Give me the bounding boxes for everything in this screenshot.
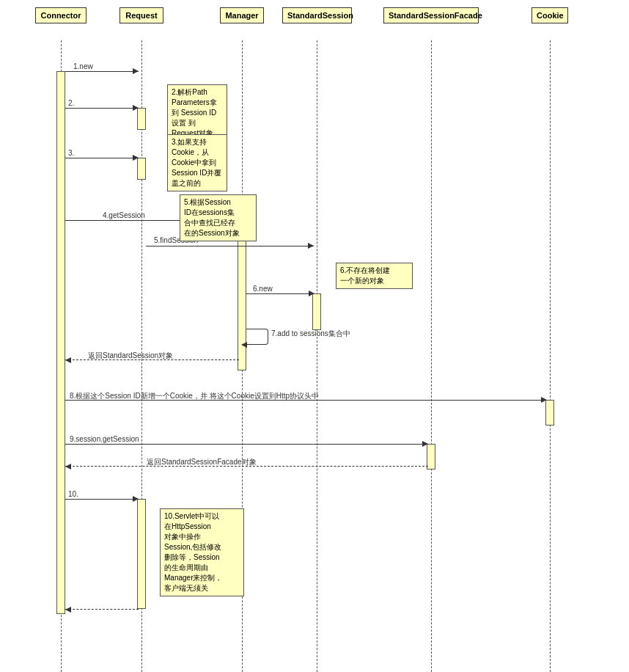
arrow-msg5 (146, 246, 314, 246)
note-servlet: 10.Servlet中可以在HttpSession对象中操作Session,包括… (160, 508, 244, 596)
activation-request-3 (137, 499, 146, 609)
lifeline-line-standardsessionfacade (431, 40, 432, 672)
lifeline-standardsessionfacade: StandardSessionFacade (383, 7, 479, 23)
label-msg7: 7.add to sessions集合中 (271, 329, 350, 339)
label-return1: 返回StandardSession对象 (88, 351, 173, 361)
lifeline-standardsession: StandardSession (282, 7, 352, 23)
label-msg10: 10. (68, 490, 78, 498)
activation-request-1 (137, 108, 146, 130)
lifeline-line-cookie (550, 40, 551, 672)
note-createnew: 6.不存在将创建一个新的对象 (336, 263, 413, 289)
arrow-msg1 (65, 71, 139, 72)
label-msg1: 1.new (73, 62, 93, 70)
label-msg9: 9.session.getSession (70, 435, 139, 443)
note-cookie-support: 3.如果支持Cookie，从Cookie中拿到Session ID并覆盖之前的 (167, 134, 227, 191)
label-msg6new: 6.new (253, 285, 273, 293)
arrow-msg10 (65, 499, 139, 500)
diagram-container: Connector Request Manager StandardSessio… (0, 0, 629, 672)
arrow-msg6new (246, 293, 314, 294)
self-arrow-msg7 (246, 329, 268, 345)
label-msg2: 2. (68, 99, 74, 107)
self-arrow-head-msg7 (241, 342, 247, 348)
lifeline-request: Request (119, 7, 163, 23)
label-return2: 返回StandardSessionFacade对象 (147, 457, 257, 467)
label-msg3: 3. (68, 149, 74, 157)
activation-connector (56, 71, 65, 614)
label-msg8: 8.根据这个Session ID新增一个Cookie，并 将这个Cookie设置… (70, 391, 319, 401)
lifeline-cookie: Cookie (531, 7, 568, 23)
arrow-msg2 (65, 108, 139, 109)
arrow-msg3 (65, 158, 139, 158)
lifeline-manager: Manager (220, 7, 264, 23)
lifeline-line-standardsession (317, 40, 317, 672)
arrow-return3 (65, 609, 139, 610)
note-findsession: 5.根据SessionID在sessions集合中查找已经存在的Session对… (180, 194, 257, 241)
activation-manager (238, 220, 246, 370)
activation-standardsession (312, 293, 321, 330)
activation-cookie (545, 400, 554, 426)
activation-request-2 (137, 158, 146, 180)
label-msg4: 4.getSession (103, 211, 145, 219)
arrow-msg9 (65, 444, 428, 445)
lifeline-connector: Connector (35, 7, 87, 23)
